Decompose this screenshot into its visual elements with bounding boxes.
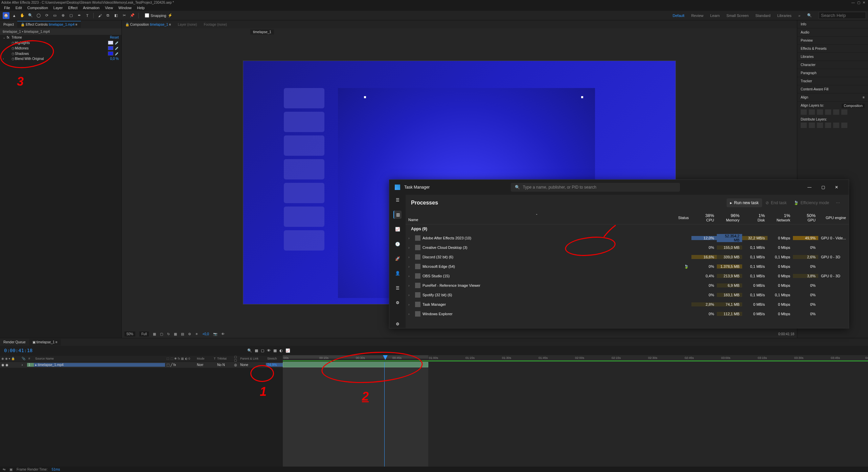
- minimize-button[interactable]: —: [850, 1, 856, 4]
- region-icon[interactable]: ▦: [174, 332, 177, 336]
- text-tool[interactable]: T: [84, 12, 91, 19]
- tab-layer-none[interactable]: Layer (none): [175, 21, 201, 28]
- process-row[interactable]: ›Microsoft Edge (54) 🍃 0% 1.378,5 MB 0,1…: [406, 262, 849, 271]
- shape-tool[interactable]: ▢: [68, 12, 74, 19]
- orbit-tool[interactable]: ◯: [35, 12, 42, 19]
- efficiency-mode-button[interactable]: 🍃 Efficiency mode: [790, 198, 833, 207]
- col-cpu[interactable]: 38%CPU: [691, 211, 717, 224]
- blend-value[interactable]: 0,0 %: [110, 57, 119, 61]
- highlights-color-swatch[interactable]: [108, 41, 113, 45]
- selection-tool[interactable]: ▲: [11, 12, 18, 19]
- tab-project[interactable]: Project: [0, 21, 17, 28]
- exposure-icon[interactable]: ☀: [195, 332, 198, 336]
- startup-tab-icon[interactable]: 🚀: [393, 255, 402, 262]
- align-bottom-button[interactable]: [841, 109, 847, 115]
- col-gpu-engine[interactable]: GPU engine: [818, 211, 849, 224]
- col-name[interactable]: ˆName: [406, 211, 668, 224]
- panel-content-aware-fill[interactable]: Content-Aware Fill: [797, 85, 868, 93]
- panel-audio[interactable]: Audio: [797, 28, 868, 37]
- workspace-overflow-icon[interactable]: »: [798, 14, 800, 18]
- graph-editor-icon[interactable]: 📈: [285, 348, 290, 353]
- stopwatch-icon[interactable]: ◷: [12, 52, 15, 56]
- menu-composition[interactable]: Composition: [25, 6, 51, 10]
- col-status[interactable]: Status: [668, 211, 691, 224]
- snapping-toggle[interactable]: Snapping ⚡: [145, 13, 173, 18]
- hand-tool[interactable]: ✋: [19, 12, 26, 19]
- frame-blend-icon[interactable]: ▦: [273, 348, 277, 353]
- timeline-track-area[interactable]: [283, 362, 868, 467]
- col-mode[interactable]: Mode: [196, 357, 212, 360]
- close-button[interactable]: ✕: [861, 1, 867, 4]
- distribute-button[interactable]: [801, 123, 807, 128]
- menu-edit[interactable]: Edit: [13, 6, 25, 10]
- zoom-dropdown[interactable]: 50%: [124, 331, 135, 337]
- mask-icon[interactable]: ▢: [160, 332, 163, 336]
- collapse-icon[interactable]: ▣: [9, 468, 13, 471]
- process-row[interactable]: ›Discord (32 bit) (6) 16,6% 339,0 MB 0,1…: [406, 252, 849, 262]
- align-top-button[interactable]: [825, 109, 831, 115]
- layer-parent-dropdown[interactable]: None: [239, 363, 266, 367]
- brush-tool[interactable]: 🖌: [96, 12, 103, 19]
- stopwatch-icon[interactable]: ◷: [12, 46, 15, 50]
- panel-align[interactable]: Align: [801, 95, 808, 99]
- puppet-tool[interactable]: 📌: [129, 12, 136, 19]
- stopwatch-icon[interactable]: ◷: [12, 41, 15, 45]
- resolution-dropdown[interactable]: Full: [139, 331, 149, 337]
- distribute-button[interactable]: [817, 123, 823, 128]
- layer-trkmat-dropdown[interactable]: No N: [216, 363, 233, 367]
- run-new-task-button[interactable]: ▸ Run new task: [727, 198, 762, 207]
- tab-render-queue[interactable]: Render Queue: [0, 339, 29, 345]
- menu-effect[interactable]: Effect: [65, 6, 80, 10]
- process-row[interactable]: ›OBS Studio (15) 0,4% 213,9 MB 0,1 MB/s …: [406, 271, 849, 281]
- draft3d-icon[interactable]: ▢: [261, 348, 264, 353]
- shy-icon[interactable]: 👁: [267, 348, 271, 352]
- tm-close-button[interactable]: ✕: [830, 185, 843, 190]
- col-stretch[interactable]: Stretch: [266, 357, 283, 360]
- refresh-icon[interactable]: ↻: [167, 332, 170, 336]
- search-icon[interactable]: 🔍: [247, 348, 252, 353]
- eyedropper-icon[interactable]: 💉: [115, 41, 119, 45]
- workspace-libraries[interactable]: Libraries: [777, 14, 792, 18]
- services-tab-icon[interactable]: ⚙: [393, 299, 402, 306]
- panel-paragraph[interactable]: Paragraph: [797, 69, 868, 77]
- pen-tool[interactable]: ✒: [76, 12, 83, 19]
- stopwatch-icon[interactable]: ◷: [12, 57, 15, 61]
- shadows-color-swatch[interactable]: [108, 51, 113, 56]
- col-parent[interactable]: Parent & Link: [239, 357, 266, 360]
- hamburger-icon[interactable]: ☰: [393, 196, 402, 204]
- camera-tool[interactable]: ▭: [51, 12, 58, 19]
- align-hcenter-button[interactable]: [809, 109, 815, 115]
- panel-libraries[interactable]: Libraries: [797, 53, 868, 61]
- end-task-button[interactable]: ⊘ End task: [762, 198, 790, 207]
- task-manager-search[interactable]: 🔍 Type a name, publisher, or PID to sear…: [511, 183, 680, 192]
- workspace-default[interactable]: Default: [673, 14, 685, 18]
- zoom-tool[interactable]: 🔍: [27, 12, 34, 19]
- clone-tool[interactable]: ⧉: [105, 12, 111, 19]
- col-network[interactable]: 1%Network: [768, 211, 793, 224]
- menu-window[interactable]: Window: [116, 6, 134, 10]
- comp-subtab[interactable]: timelapse_1: [250, 29, 274, 35]
- details-tab-icon[interactable]: ☰: [393, 284, 402, 292]
- midtones-color-swatch[interactable]: [108, 46, 113, 50]
- rotate-tool[interactable]: ⟳: [43, 12, 50, 19]
- col-trkmat[interactable]: TrkMat: [216, 357, 233, 360]
- layer-stretch-value[interactable]: 24,9%: [266, 363, 283, 367]
- process-row[interactable]: ›Spotify (32 bit) (6) 0% 183,1 MB 0,1 MB…: [406, 290, 849, 300]
- snapping-checkbox[interactable]: [145, 13, 149, 18]
- menu-view[interactable]: View: [102, 6, 116, 10]
- panel-character[interactable]: Character: [797, 61, 868, 69]
- eyedropper-icon[interactable]: 💉: [115, 52, 119, 56]
- search-icon[interactable]: 🔍: [807, 13, 812, 18]
- task-manager-window[interactable]: Task Manager 🔍 Type a name, publisher, o…: [389, 179, 849, 328]
- process-row[interactable]: ›Creative Cloud Desktop (3) 0% 155,0 MB …: [406, 243, 849, 252]
- col-memory[interactable]: 96%Memory: [717, 211, 742, 224]
- process-row[interactable]: ›Task Manager 2,8% 74,1 MB 0 MB/s 0 Mbps…: [406, 300, 849, 309]
- effect-collapse-icon[interactable]: ⌄: [3, 36, 7, 39]
- apps-group[interactable]: Apps (9): [406, 224, 849, 233]
- timeline-timecode[interactable]: 0:00:41:18: [0, 348, 37, 353]
- col-source-name[interactable]: Source Name: [34, 357, 165, 360]
- process-row[interactable]: ›Windows Explorer 0% 112,1 MB 0 MB/s 0 M…: [406, 309, 849, 319]
- comp-mini-flowchart-icon[interactable]: ▦: [255, 348, 258, 353]
- tab-footage-none[interactable]: Footage (none): [200, 21, 230, 28]
- tab-composition[interactable]: 🔒 Composition timelapse_1 ≡: [122, 21, 175, 28]
